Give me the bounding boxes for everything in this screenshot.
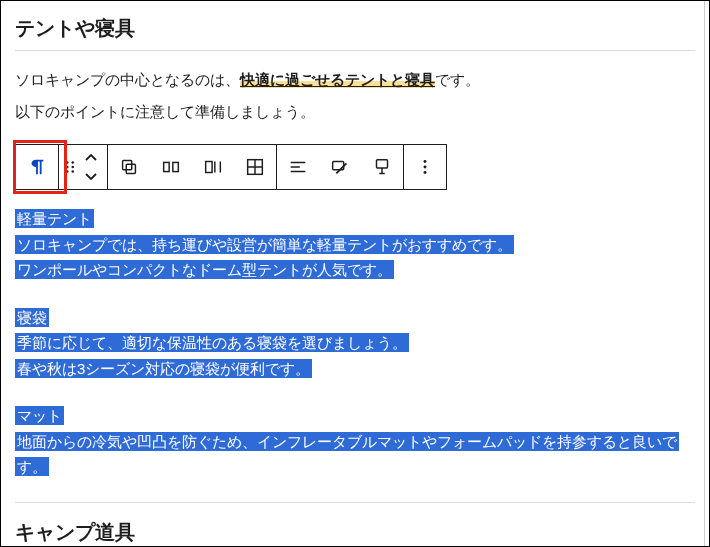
- svg-rect-10: [206, 162, 212, 173]
- svg-rect-13: [377, 160, 388, 168]
- caption-icon: [371, 156, 393, 178]
- intro-highlight: 快適に過ごせるテントと寝具: [240, 71, 435, 88]
- more-vertical-icon: [414, 156, 436, 178]
- copy-icon: [118, 156, 140, 178]
- list-item-line: 春や秋は3シーズン対応の寝袋が便利です。: [15, 359, 312, 378]
- svg-point-1: [71, 161, 74, 164]
- move-up-button[interactable]: [84, 149, 98, 167]
- table-icon: [244, 156, 266, 178]
- svg-point-2: [66, 166, 69, 169]
- drag-handle[interactable]: [59, 146, 81, 188]
- intro-line-2: 以下のポイントに注意して準備しましょう。: [15, 99, 695, 125]
- intro-post: です。: [435, 71, 480, 88]
- toolbar-link-button[interactable]: [319, 146, 361, 188]
- divider: [15, 502, 695, 503]
- paragraph-icon: [26, 156, 48, 178]
- selected-block-1[interactable]: 軽量テント ソロキャンプでは、持ち運びや設営が簡単な軽量テントがおすすめです。 …: [15, 206, 695, 283]
- link-icon: [329, 156, 351, 178]
- svg-rect-9: [173, 162, 179, 171]
- heading-tent-sleep: テントや寝具: [15, 15, 695, 42]
- list-item-line: ソロキャンプでは、持ち運びや設営が簡単な軽量テントがおすすめです。: [15, 235, 514, 254]
- selected-block-2[interactable]: 寝袋 季節に応じて、適切な保温性のある寝袋を選びましょう。 春や秋は3シーズン対…: [15, 305, 695, 382]
- insert-before-icon: [202, 156, 224, 178]
- block-toolbar: [15, 144, 447, 190]
- svg-point-5: [71, 170, 74, 173]
- list-item-title: 寝袋: [15, 308, 49, 327]
- list-item-line: ワンポールやコンパクトなドーム型テントが人気です。: [15, 260, 394, 279]
- chevron-up-icon: [84, 153, 98, 163]
- svg-rect-6: [123, 161, 132, 170]
- drag-handle-icon: [59, 156, 81, 178]
- svg-rect-8: [164, 162, 170, 171]
- intro-line-1: ソロキャンプの中心となるのは、快適に過ごせるテントと寝具です。: [15, 67, 695, 93]
- selected-block-3[interactable]: マット 地面からの冷気や凹凸を防ぐため、インフレータブルマットやフォームパッドを…: [15, 403, 695, 480]
- align-icon: [287, 156, 309, 178]
- toolbar-duplicate-button[interactable]: [150, 146, 192, 188]
- toolbar-insert-before-button[interactable]: [192, 146, 234, 188]
- list-item-line: 季節に応じて、適切な保温性のある寝袋を選びましょう。: [15, 333, 409, 352]
- toolbar-insert-after-button[interactable]: [234, 146, 276, 188]
- list-item-title: 軽量テント: [15, 209, 94, 228]
- duplicate-icon: [160, 156, 182, 178]
- svg-point-16: [424, 171, 427, 174]
- list-item-title: マット: [15, 406, 64, 425]
- svg-point-0: [66, 161, 69, 164]
- heading-camp-tools: キャンプ道具: [15, 519, 695, 546]
- svg-point-14: [424, 160, 427, 163]
- toolbar-more-button[interactable]: [404, 146, 446, 188]
- block-type-button[interactable]: [16, 146, 58, 188]
- toolbar-copy-button[interactable]: [108, 146, 150, 188]
- toolbar-align-button[interactable]: [277, 146, 319, 188]
- svg-point-15: [424, 166, 427, 169]
- toolbar-caption-button[interactable]: [361, 146, 403, 188]
- chevron-down-icon: [84, 171, 98, 181]
- scrollbar-track[interactable]: [704, 1, 709, 546]
- move-down-button[interactable]: [84, 167, 98, 185]
- list-item-line: 地面からの冷気や凹凸を防ぐため、インフレータブルマットやフォームパッドを持参する…: [15, 432, 679, 477]
- intro-pre: ソロキャンプの中心となるのは、: [15, 71, 240, 88]
- svg-rect-7: [126, 164, 135, 173]
- divider: [15, 50, 695, 51]
- svg-point-3: [71, 166, 74, 169]
- svg-point-4: [66, 170, 69, 173]
